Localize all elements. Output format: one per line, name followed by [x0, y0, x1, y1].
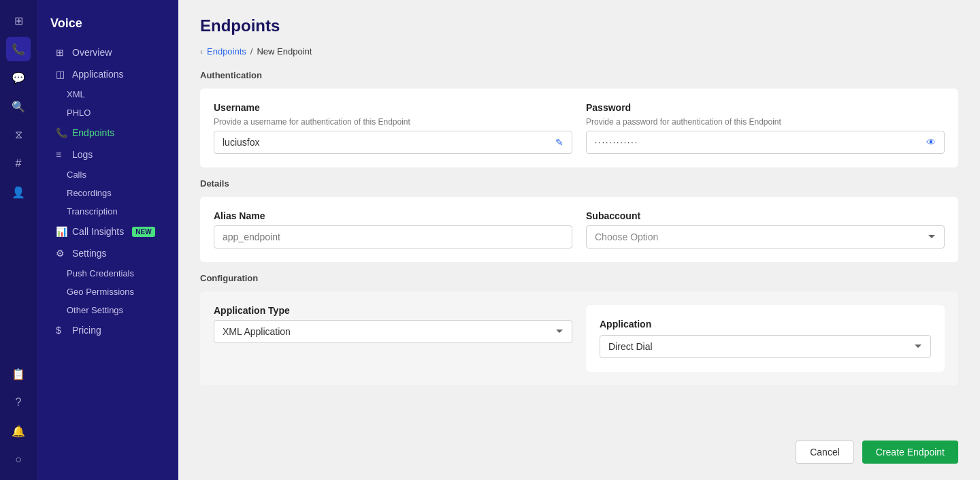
authentication-section-label: Authentication: [200, 70, 958, 80]
back-chevron: ‹: [200, 47, 203, 57]
alias-field-group: Alias Name: [214, 210, 572, 249]
subaccount-label: Subaccount: [586, 210, 945, 221]
lookup-icon[interactable]: 🔍: [6, 94, 31, 118]
app-type-field-group: Application Type XML Application PHLO Ap…: [214, 305, 572, 372]
sidebar-item-call-insights[interactable]: 📊 Call Insights NEW: [42, 221, 173, 242]
sidebar-item-overview[interactable]: ⊞ Overview: [42, 42, 173, 63]
settings-icon: ⚙: [56, 248, 67, 259]
page-title: Endpoints: [200, 16, 958, 35]
contacts-icon[interactable]: 👤: [6, 180, 31, 204]
sidebar-item-endpoints[interactable]: 📞 Endpoints: [42, 122, 173, 144]
subaccount-field-group: Subaccount Choose Option: [586, 210, 945, 249]
configuration-section-label: Configuration: [200, 273, 958, 283]
app-type-label: Application Type: [214, 305, 572, 316]
sidebar-item-settings[interactable]: ⚙ Settings: [42, 242, 173, 264]
logs-icon: ≡: [56, 149, 67, 160]
application-select[interactable]: Direct Dial Other Option: [600, 335, 931, 358]
notifications-icon[interactable]: 🔔: [6, 419, 31, 443]
sidebar: Voice ⊞ Overview ◫ Applications XML PHLO…: [37, 0, 178, 480]
password-dots: ············: [595, 138, 638, 147]
messages-icon[interactable]: 💬: [6, 65, 31, 90]
flow-icon[interactable]: ⧖: [6, 123, 31, 147]
endpoints-icon: 📞: [56, 127, 67, 138]
overview-icon: ⊞: [56, 47, 67, 58]
details-section-label: Details: [200, 178, 958, 189]
breadcrumb: ‹ Endpoints / New Endpoint: [200, 46, 958, 57]
subaccount-select[interactable]: Choose Option: [586, 225, 945, 249]
configuration-fields: Application Type XML Application PHLO Ap…: [214, 305, 945, 372]
application-inner-card: Application Direct Dial Other Option: [586, 305, 945, 372]
create-endpoint-button[interactable]: Create Endpoint: [862, 441, 958, 464]
applications-icon: ◫: [56, 69, 67, 80]
sidebar-sub-calls[interactable]: Calls: [37, 165, 178, 184]
breadcrumb-parent[interactable]: Endpoints: [207, 46, 246, 57]
password-field-group: Password Provide a password for authenti…: [586, 102, 945, 154]
chart-icon: 📊: [56, 226, 67, 237]
sidebar-sub-recordings[interactable]: Recordings: [37, 184, 178, 202]
username-input-wrapper: ✎: [214, 131, 572, 154]
voice-icon[interactable]: 📞: [6, 37, 31, 61]
username-edit-icon[interactable]: ✎: [555, 137, 564, 148]
home-icon[interactable]: ⊞: [6, 8, 31, 33]
sidebar-sub-xml[interactable]: XML: [37, 85, 178, 103]
breadcrumb-current: New Endpoint: [257, 46, 312, 57]
password-input-wrapper: ············ 👁: [586, 131, 945, 154]
application-label: Application: [600, 319, 931, 330]
sidebar-item-applications[interactable]: ◫ Applications: [42, 63, 173, 85]
profile-icon[interactable]: ○: [6, 447, 31, 472]
sidebar-item-pricing[interactable]: $ Pricing: [42, 319, 173, 341]
username-desc: Provide a username for authentication of…: [214, 117, 572, 127]
apps-icon[interactable]: #: [6, 151, 31, 176]
sidebar-sub-push-credentials[interactable]: Push Credentials: [37, 264, 178, 283]
username-label: Username: [214, 102, 572, 113]
main-content: Endpoints ‹ Endpoints / New Endpoint Aut…: [178, 0, 980, 480]
billing-icon[interactable]: 📋: [6, 362, 31, 386]
sidebar-title: Voice: [37, 11, 178, 42]
footer-actions: Cancel Create Endpoint: [200, 427, 958, 464]
sidebar-item-logs[interactable]: ≡ Logs: [42, 144, 173, 165]
sidebar-sub-other-settings[interactable]: Other Settings: [37, 301, 178, 319]
new-badge: NEW: [132, 227, 154, 237]
username-field-group: Username Provide a username for authenti…: [214, 102, 572, 154]
breadcrumb-separator: /: [250, 46, 253, 57]
details-fields: Alias Name Subaccount Choose Option: [214, 210, 945, 249]
authentication-card: Username Provide a username for authenti…: [200, 89, 958, 167]
help-icon[interactable]: ?: [6, 390, 31, 415]
configuration-card: Application Type XML Application PHLO Ap…: [200, 291, 958, 385]
icon-rail: ⊞ 📞 💬 🔍 ⧖ # 👤 📋 ? 🔔 ○: [0, 0, 37, 480]
cancel-button[interactable]: Cancel: [796, 441, 854, 464]
sidebar-sub-phlo[interactable]: PHLO: [37, 103, 178, 122]
sidebar-sub-transcription[interactable]: Transcription: [37, 202, 178, 221]
password-desc: Provide a password for authentication of…: [586, 117, 945, 127]
alias-label: Alias Name: [214, 210, 572, 221]
password-label: Password: [586, 102, 945, 113]
pricing-icon: $: [56, 325, 67, 336]
alias-input[interactable]: [223, 231, 564, 242]
password-toggle-icon[interactable]: 👁: [926, 137, 936, 148]
details-card: Alias Name Subaccount Choose Option: [200, 197, 958, 262]
sidebar-sub-geo-permissions[interactable]: Geo Permissions: [37, 283, 178, 301]
username-input[interactable]: [223, 137, 555, 148]
alias-input-wrapper: [214, 225, 572, 249]
app-type-select[interactable]: XML Application PHLO Application: [214, 320, 572, 343]
authentication-fields: Username Provide a username for authenti…: [214, 102, 945, 154]
